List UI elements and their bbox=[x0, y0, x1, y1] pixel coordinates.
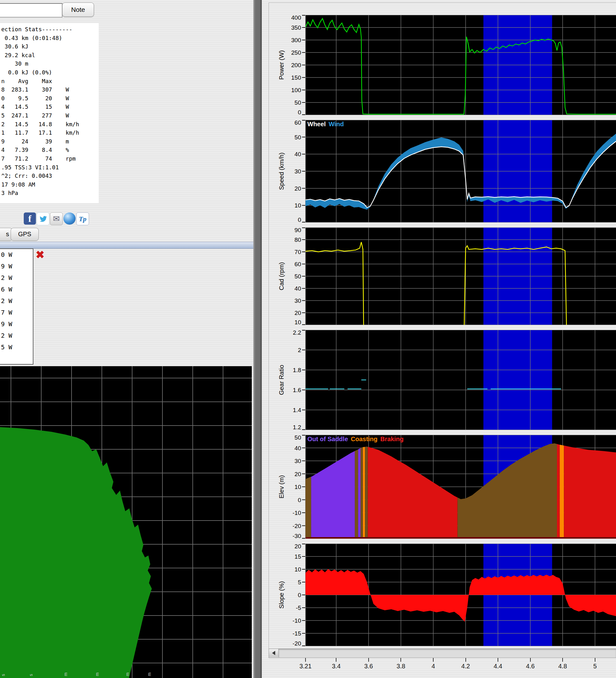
svg-text:1.4: 1.4 bbox=[293, 407, 301, 413]
x-axis-label: 3.4 bbox=[326, 663, 346, 670]
svg-text:60: 60 bbox=[295, 261, 301, 267]
svg-text:20: 20 bbox=[295, 185, 301, 192]
list-item[interactable]: 2 W bbox=[0, 330, 33, 341]
x-axis-label: 5 bbox=[585, 663, 605, 670]
svg-text:50: 50 bbox=[295, 134, 301, 141]
x-axis-label: 4.8 bbox=[552, 663, 573, 670]
svg-text:60: 60 bbox=[295, 120, 301, 126]
svg-text:2.2: 2.2 bbox=[293, 330, 301, 336]
earth-icon[interactable] bbox=[64, 213, 76, 225]
list-item[interactable]: 9 W bbox=[0, 318, 33, 330]
x-axis-tick bbox=[368, 658, 369, 662]
cad-chart-plot[interactable]: 102030405060708090Cad (rpm) bbox=[262, 227, 616, 325]
svg-text:300: 300 bbox=[291, 37, 301, 43]
svg-text:90: 90 bbox=[295, 227, 301, 233]
list-item[interactable]: 7 W bbox=[0, 307, 33, 318]
svg-text:50: 50 bbox=[295, 99, 301, 106]
x-axis-tick bbox=[400, 658, 401, 662]
svg-text:-30: -30 bbox=[293, 533, 301, 539]
svg-text:30: 30 bbox=[295, 168, 301, 175]
x-axis-label: 3.6 bbox=[358, 663, 379, 670]
svg-text:m: m bbox=[125, 672, 130, 676]
svg-text:1.2: 1.2 bbox=[293, 424, 301, 430]
horizontal-scrollbar[interactable] bbox=[269, 649, 616, 658]
note-button[interactable]: Note bbox=[62, 2, 94, 17]
svg-text:40: 40 bbox=[295, 151, 301, 157]
svg-text:200: 200 bbox=[291, 62, 301, 68]
list-item[interactable]: 2 W bbox=[0, 295, 33, 307]
svg-text:15: 15 bbox=[295, 553, 301, 560]
x-axis-tick bbox=[336, 658, 337, 662]
svg-text:2: 2 bbox=[298, 347, 301, 353]
section-title-input[interactable] bbox=[0, 3, 63, 17]
x-axis-tick bbox=[530, 658, 531, 662]
envelope-glyph: ✉ bbox=[53, 214, 60, 224]
power-chart-row: 050100150200250300350400Power (W) bbox=[262, 15, 616, 115]
svg-text:Gear Ratio: Gear Ratio bbox=[278, 365, 285, 395]
scrollbar-track[interactable] bbox=[279, 649, 616, 658]
list-item[interactable]: 2 W bbox=[0, 272, 33, 284]
panel-divider[interactable] bbox=[253, 0, 262, 678]
svg-text:Slope (%): Slope (%) bbox=[278, 581, 285, 609]
x-axis-label: 4.6 bbox=[521, 663, 540, 670]
svg-text:Power (W): Power (W) bbox=[278, 50, 285, 80]
cadence-chart-row: 102030405060708090Cad (rpm) bbox=[262, 227, 616, 325]
svg-text:50: 50 bbox=[295, 273, 301, 279]
svg-text:40: 40 bbox=[295, 285, 301, 292]
trainingpeaks-icon[interactable]: Tp bbox=[76, 213, 89, 225]
mail-icon[interactable]: ✉ bbox=[50, 213, 63, 225]
gear-chart-plot[interactable]: 1.21.41.61.822.2Gear Ratio bbox=[262, 330, 616, 430]
x-axis-tick bbox=[562, 658, 563, 662]
x-axis-tick bbox=[498, 658, 498, 662]
list-item[interactable]: 0 W bbox=[0, 249, 33, 261]
svg-text:10: 10 bbox=[295, 566, 301, 573]
svg-text:0: 0 bbox=[298, 497, 301, 503]
list-item[interactable]: 9 W bbox=[0, 261, 33, 272]
tab-gps[interactable]: GPS bbox=[11, 228, 39, 241]
power-chart-plot[interactable]: 050100150200250300350400Power (W) bbox=[262, 15, 616, 115]
watts-list[interactable]: 0 W9 W2 W6 W2 W7 W9 W2 W5 W bbox=[0, 249, 33, 365]
list-item[interactable]: 6 W bbox=[0, 284, 33, 295]
svg-text:400: 400 bbox=[291, 15, 301, 21]
x-axis-label: 4.2 bbox=[456, 663, 476, 670]
twitter-bird-icon bbox=[38, 214, 48, 224]
elevation-profile-chart[interactable]: ssmmmm bbox=[0, 366, 252, 678]
svg-text:250: 250 bbox=[291, 49, 301, 56]
facebook-glyph: f bbox=[29, 214, 32, 224]
x-axis-tick bbox=[305, 658, 306, 662]
speed-chart-plot[interactable]: 0102030405060Speed (km/h) bbox=[262, 120, 616, 222]
svg-text:50: 50 bbox=[295, 435, 301, 441]
twitter-icon[interactable] bbox=[37, 213, 49, 225]
speed-chart-row: 0102030405060Speed (km/h)WheelWind bbox=[262, 120, 616, 222]
app-window: Note ection Stats--------- 0.43 km (0:01… bbox=[0, 0, 616, 678]
svg-text:5: 5 bbox=[298, 579, 301, 586]
elev-chart-plot[interactable]: -30-20-1001020304050Elev (m) bbox=[262, 435, 616, 539]
svg-text:-5: -5 bbox=[296, 605, 301, 611]
slope-chart-row: -20-15-10-505101520Slope (%) bbox=[262, 544, 616, 646]
svg-text:30: 30 bbox=[295, 297, 301, 304]
facebook-icon[interactable]: f bbox=[24, 213, 36, 225]
scrollbar-left-arrow-button[interactable] bbox=[269, 649, 279, 657]
slope-chart-plot[interactable]: -20-15-10-505101520Slope (%) bbox=[262, 544, 616, 646]
x-axis-label: 4 bbox=[423, 663, 443, 670]
x-axis-label: 3.8 bbox=[391, 663, 411, 670]
svg-text:1.6: 1.6 bbox=[293, 387, 301, 393]
tp-glyph: Tp bbox=[79, 215, 86, 223]
elevation-chart-row: -30-20-1001020304050Elev (m)Out of Saddl… bbox=[262, 435, 616, 539]
list-item[interactable]: 5 W bbox=[0, 341, 33, 353]
svg-text:-15: -15 bbox=[293, 630, 301, 637]
svg-text:s: s bbox=[1, 674, 6, 676]
x-axis-labels: 3.213.43.63.844.24.44.64.85 bbox=[262, 658, 616, 677]
pane-splitter[interactable] bbox=[0, 242, 253, 249]
svg-text:70: 70 bbox=[295, 249, 301, 255]
svg-text:0: 0 bbox=[298, 592, 301, 598]
svg-text:20: 20 bbox=[295, 544, 301, 550]
svg-text:10: 10 bbox=[295, 484, 301, 490]
svg-text:40: 40 bbox=[295, 445, 301, 451]
delete-icon[interactable]: ✖ bbox=[36, 249, 45, 261]
svg-text:m: m bbox=[94, 672, 100, 676]
svg-text:Cad (rpm): Cad (rpm) bbox=[278, 262, 285, 290]
svg-text:-20: -20 bbox=[293, 523, 301, 529]
svg-text:-20: -20 bbox=[293, 640, 301, 646]
svg-text:-10: -10 bbox=[293, 510, 301, 516]
